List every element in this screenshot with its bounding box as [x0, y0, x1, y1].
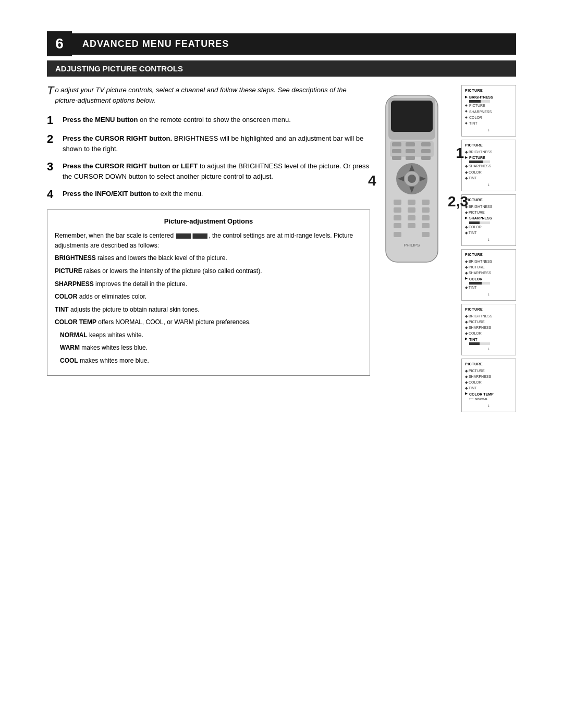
screen-3-title: PICTURE [465, 197, 512, 203]
intro-body: o adjust your TV picture controls, selec… [55, 86, 346, 104]
screen-4-down: ↓ [465, 291, 512, 298]
svg-rect-33 [406, 156, 415, 160]
screen-5-bar [469, 342, 512, 345]
screen-2-picture: ▶ PICTURE [465, 155, 512, 161]
pic-adjust-box: Picture-adjustment Options Remember, whe… [47, 209, 370, 376]
svg-rect-29 [392, 149, 401, 153]
svg-rect-19 [422, 215, 430, 220]
svg-text:PHILIPS: PHILIPS [404, 243, 420, 248]
svg-rect-14 [394, 207, 401, 213]
screen-3-brightness: ◆ BRIGHTNESS [465, 204, 512, 209]
colortemp-desc: COLOR TEMP offers NORMAL, COOL, or WARM … [55, 317, 362, 327]
screen-5-brightness: ◆ BRIGHTNESS [465, 313, 512, 319]
screen-6-down: ↓ [465, 403, 512, 410]
color-desc: COLOR adds or eliminates color. [55, 292, 362, 302]
screen-6-bar: ⟵ NORMAL [469, 397, 512, 402]
step-2-bold: Press the CURSOR RIGHT button. [63, 134, 172, 142]
screen-panel-5: PICTURE ◆ BRIGHTNESS ◆ PICTURE ◆ SHARPNE… [461, 304, 516, 355]
left-column: T o adjust your TV picture controls, sel… [47, 85, 370, 387]
step-1-content: Press the MENU button on the remote cont… [63, 115, 370, 125]
step-2-number: 2 [47, 133, 58, 145]
screen-5-tint: ▶ TINT [465, 337, 512, 342]
pic-adjust-intro: Remember, when the bar scale is centered… [55, 231, 362, 250]
screen-4-color: ▶ COLOR [465, 276, 512, 282]
screen-3-picture: ◆ PICTURE [465, 209, 512, 215]
svg-rect-20 [394, 223, 401, 228]
screen-5-title: PICTURE [465, 306, 512, 312]
svg-rect-21 [408, 223, 415, 228]
screen-4-tint: ◆ TINT [465, 285, 512, 290]
screen-2-down: ↓ [465, 182, 512, 189]
right-column: PHILIPS 1 [381, 85, 516, 387]
screen-5-color: ◆ COLOR [465, 330, 512, 336]
screen-2-title: PICTURE [465, 142, 512, 148]
chapter-header: 6 Advanced Menu Features [47, 31, 516, 56]
screen-4-brightness: ◆ BRIGHTNESS [465, 258, 512, 264]
screen-panel-3: PICTURE ◆ BRIGHTNESS ◆ PICTURE ▶ SHARPNE… [461, 194, 516, 246]
screens-column: PICTURE ▶ BRIGHTNESS ◆ PICTURE ◆ SHARPNE… [461, 85, 516, 412]
step-4: 4 Press the INFO/EXIT button to exit the… [47, 189, 370, 200]
remote-area: PHILIPS 1 [381, 85, 516, 387]
step-4-bold: Press the INFO/EXIT button [63, 190, 151, 198]
screen-3-sharpness: ▶ SHARPNESS [465, 215, 512, 221]
screen-2-sharpness: ◆ SHARPNESS [465, 163, 512, 169]
svg-rect-24 [422, 232, 430, 237]
screen-4-picture: ◆ PICTURE [465, 264, 512, 270]
svg-rect-12 [408, 200, 415, 205]
tint-desc: TINT adjusts the picture to obtain natur… [55, 305, 362, 315]
screen-1-tint: ◆ TINT [465, 120, 512, 126]
screen-panel-4: PICTURE ◆ BRIGHTNESS ◆ PICTURE ◆ SHARPNE… [461, 249, 516, 301]
remote-svg: PHILIPS [381, 95, 443, 273]
chapter-number: 6 [47, 31, 72, 56]
box-title: Picture-adjustment Options [55, 216, 362, 227]
step-1: 1 Press the MENU button on the remote co… [47, 115, 370, 126]
screen-6-colortemp: ▶ COLOR TEMP [465, 391, 512, 397]
screen-2-tint: ◆ TINT [465, 175, 512, 181]
dropcap: T [47, 85, 54, 96]
svg-rect-11 [394, 200, 401, 205]
normal-desc: NORMAL keeps whites white. [55, 330, 362, 340]
screen-1-title: PICTURE [465, 88, 512, 93]
screen-5-down: ↓ [465, 346, 512, 353]
screen-1-color: ◆ COLOR [465, 115, 512, 120]
step-2: 2 Press the CURSOR RIGHT button. BRIGHTN… [47, 133, 370, 154]
svg-rect-30 [406, 149, 415, 153]
step-3: 3 Press the CURSOR RIGHT button or LEFT … [47, 161, 370, 181]
svg-rect-23 [394, 232, 401, 237]
picture-desc: PICTURE raises or lowers the intensity o… [55, 266, 362, 276]
svg-point-10 [408, 175, 416, 183]
svg-rect-31 [421, 149, 431, 153]
screen-6-sharpness: ◆ SHARPNESS [465, 374, 512, 379]
screen-6-tint: ◆ TINT [465, 385, 512, 391]
step-label-23: 2,3 [448, 193, 468, 210]
svg-rect-32 [392, 156, 401, 160]
svg-rect-18 [408, 215, 415, 220]
svg-rect-17 [394, 215, 401, 220]
screen-5-sharpness: ◆ SHARPNESS [465, 325, 512, 330]
main-layout: T o adjust your TV picture controls, sel… [47, 85, 516, 387]
chapter-title: Advanced Menu Features [72, 33, 516, 55]
brightness-desc: BRIGHTNESS raises and lowers the black l… [55, 253, 362, 263]
step-4-content: Press the INFO/EXIT button to exit the m… [63, 189, 370, 199]
step-4-number: 4 [47, 189, 58, 200]
screen-panel-1: PICTURE ▶ BRIGHTNESS ◆ PICTURE ◆ SHARPNE… [461, 85, 516, 137]
remote-control: PHILIPS 1 [381, 95, 448, 274]
screen-6-picture: ◆ PICTURE [465, 368, 512, 374]
screen-panel-2: PICTURE ◆ BRIGHTNESS ▶ PICTURE ◆ SHARPNE… [461, 140, 516, 191]
center-bar-icon [176, 233, 207, 239]
svg-rect-15 [408, 207, 415, 213]
screen-panel-6: PICTURE ◆ PICTURE ◆ SHARPNESS ◆ COLOR ◆ … [461, 359, 516, 413]
screen-4-sharpness: ◆ SHARPNESS [465, 270, 512, 276]
screen-2-color: ◆ COLOR [465, 169, 512, 175]
screen-2-brightness: ◆ BRIGHTNESS [465, 149, 512, 155]
screen-4-title: PICTURE [465, 252, 512, 257]
screen-3-tint: ◆ TINT [465, 230, 512, 236]
sharpness-desc: SHARPNESS improves the detail in the pic… [55, 279, 362, 289]
cool-desc: COOL makes whites more blue. [55, 356, 362, 366]
screen-1-picture: ◆ PICTURE [465, 103, 512, 108]
svg-rect-22 [422, 223, 430, 228]
screen-3-down: ↓ [465, 237, 512, 243]
screen-5-picture: ◆ PICTURE [465, 319, 512, 325]
svg-rect-27 [406, 142, 415, 146]
step-3-content: Press the CURSOR RIGHT button or LEFT to… [63, 161, 370, 181]
